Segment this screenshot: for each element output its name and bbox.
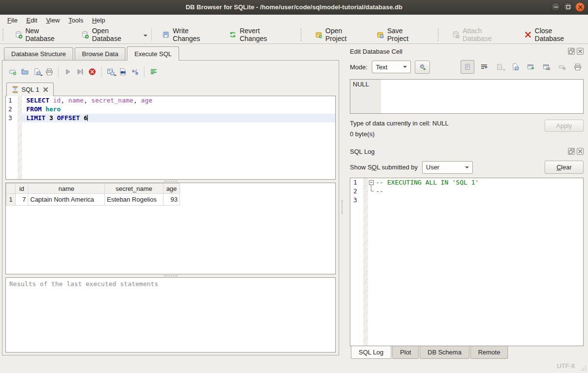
code-line[interactable]: 2FROM hero <box>6 105 335 114</box>
execute-current-line-button[interactable] <box>74 66 86 78</box>
encoding-indicator[interactable]: UTF-8 <box>557 362 575 370</box>
close-dock-icon <box>577 48 583 54</box>
edit-cell-dock-titlebar[interactable]: Edit Database Cell <box>350 46 584 56</box>
sql-editor-lines: 1SELECT id, name, secret_name, age2FROM … <box>6 96 335 123</box>
sql-tab-close-button[interactable] <box>43 87 48 92</box>
cell-id[interactable]: 7 <box>16 194 28 206</box>
main-tab-bar: Database Structure Browse Data Execute S… <box>0 46 340 60</box>
tab-execute-sql[interactable]: Execute SQL <box>127 46 179 61</box>
import-file-button[interactable] <box>494 61 506 73</box>
fold-marker <box>368 187 376 196</box>
splitter-main-docks[interactable] <box>340 44 344 359</box>
svg-text:a: a <box>132 68 135 73</box>
open-external-button[interactable] <box>541 61 552 73</box>
maximize-button[interactable] <box>563 2 572 12</box>
print-button[interactable] <box>43 66 55 78</box>
clear-log-button[interactable]: Clear <box>545 161 584 174</box>
auto-apply-button[interactable] <box>415 61 430 74</box>
menu-tools[interactable]: Tools <box>64 16 87 25</box>
corner-header[interactable] <box>6 184 16 194</box>
tab-db-schema[interactable]: DB Schema <box>420 346 469 359</box>
open-project-button[interactable]: Open Project <box>310 24 368 45</box>
execution-message-pane[interactable]: Results of the last executed statements <box>5 277 336 352</box>
menu-file[interactable]: File <box>3 16 22 25</box>
set-null-button[interactable] <box>556 61 568 73</box>
cell-secret-name[interactable]: Esteban Rogelios <box>105 194 163 206</box>
find-replace-button[interactable]: a b <box>129 66 141 78</box>
save-sql-file-button[interactable] <box>31 66 43 78</box>
text-mode-button[interactable] <box>461 60 474 74</box>
tab-database-structure[interactable]: Database Structure <box>4 47 73 60</box>
status-bar: UTF-8 <box>0 359 588 373</box>
new-database-button[interactable]: New Database <box>10 24 73 45</box>
column-header-age[interactable]: age <box>163 184 180 194</box>
window-titlebar[interactable]: DB Browser for SQLite - /home/user/code/… <box>0 0 588 15</box>
tab-remote[interactable]: Remote <box>470 346 508 359</box>
resize-grip[interactable] <box>581 366 586 371</box>
sql-log-float-button[interactable] <box>568 148 575 155</box>
menu-help[interactable]: Help <box>88 16 110 25</box>
revert-changes-button[interactable]: Revert Changes <box>224 24 292 45</box>
export-cell-button[interactable] <box>525 61 537 73</box>
tab-browse-data[interactable]: Browse Data <box>75 47 125 60</box>
toolbar-drag-handle[interactable] <box>2 29 4 41</box>
stop-button[interactable] <box>86 66 98 78</box>
text-document-icon <box>464 63 471 71</box>
log-line[interactable]: 1-- EXECUTING ALL IN 'SQL 1' <box>350 178 583 187</box>
code-line[interactable]: 3LIMIT 3 OFFSET 6 <box>6 114 335 123</box>
open-sql-tab-button[interactable] <box>6 66 19 78</box>
tab-sql-log[interactable]: SQL Log <box>351 346 391 359</box>
word-wrap-icon <box>480 63 488 71</box>
column-header-id[interactable]: id <box>16 184 28 194</box>
sql-log-close-button[interactable] <box>577 148 584 155</box>
sql-log-dock-titlebar[interactable]: SQL Log <box>350 146 584 156</box>
open-database-dropdown-icon[interactable] <box>143 35 147 39</box>
cell-name[interactable]: Captain North America <box>28 194 105 206</box>
menu-edit[interactable]: Edit <box>22 16 41 25</box>
edit-cell-float-button[interactable] <box>568 48 575 55</box>
minimize-button[interactable] <box>551 2 560 12</box>
format-sql-button[interactable] <box>147 66 160 78</box>
cell-age[interactable]: 93 <box>163 194 180 206</box>
tab-plot[interactable]: Plot <box>392 346 419 359</box>
save-project-button[interactable]: Save Project <box>372 24 428 45</box>
word-wrap-button[interactable] <box>478 61 490 73</box>
close-database-button[interactable]: Close Database <box>520 24 586 45</box>
sql-editor[interactable]: 1SELECT id, name, secret_name, age2FROM … <box>5 96 336 180</box>
line-number: 2 <box>6 105 18 114</box>
mode-select[interactable]: Text <box>372 61 411 73</box>
column-header-secret-name[interactable]: secret_name <box>105 184 163 194</box>
edit-cell-close-button[interactable] <box>577 48 584 55</box>
menu-view[interactable]: View <box>41 16 64 25</box>
sql-log-view[interactable]: 1-- EXECUTING ALL IN 'SQL 1'2--3 <box>350 178 584 346</box>
text-cursor <box>87 115 88 121</box>
save-results-button[interactable] <box>104 66 117 78</box>
apply-button[interactable]: Apply <box>545 120 584 132</box>
sql-tab[interactable]: SQL 1 <box>6 83 54 96</box>
save-cell-button[interactable] <box>509 61 521 73</box>
print-cell-button[interactable] <box>572 61 584 73</box>
find-icon <box>119 68 127 76</box>
sql-log-filter-row: Show SQL submitted by User Clear <box>350 161 584 174</box>
code-line[interactable]: 1SELECT id, name, secret_name, age <box>6 96 335 105</box>
execute-all-button[interactable] <box>61 66 74 78</box>
open-sql-file-icon <box>21 68 29 76</box>
row-header[interactable]: 1 <box>6 194 16 206</box>
cell-value-editor[interactable]: NULL <box>350 79 584 114</box>
open-sql-file-button[interactable] <box>19 66 31 78</box>
save-project-icon <box>376 31 384 39</box>
hourglass-icon <box>12 86 19 93</box>
find-button[interactable] <box>117 66 129 78</box>
log-line[interactable]: 3 <box>350 196 583 205</box>
mode-label: Mode: <box>350 63 367 71</box>
fold-marker[interactable] <box>368 178 376 187</box>
submitter-select[interactable]: User <box>422 161 473 174</box>
write-changes-button[interactable]: Write Changes <box>158 24 221 45</box>
submitter-value: User <box>426 164 439 171</box>
splitter-editor-results[interactable] <box>5 180 336 183</box>
open-database-button[interactable]: Open Database <box>77 24 142 45</box>
log-line[interactable]: 2-- <box>350 187 583 196</box>
column-header-name[interactable]: name <box>28 184 105 194</box>
splitter-results-message[interactable] <box>5 274 336 277</box>
close-button[interactable] <box>575 2 585 12</box>
